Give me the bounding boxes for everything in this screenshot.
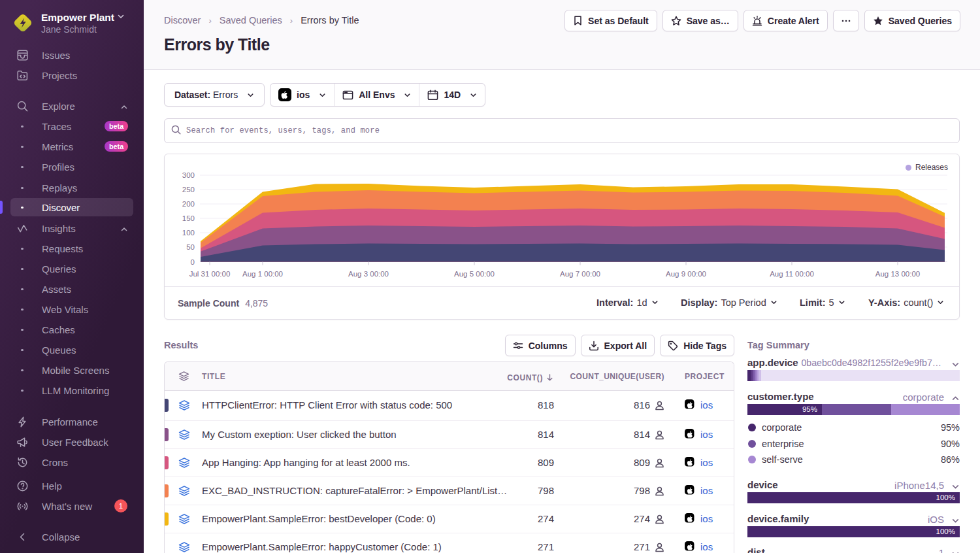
svg-text:Aug 5 00:00: Aug 5 00:00: [454, 270, 495, 278]
svg-text:250: 250: [182, 186, 195, 193]
svg-text:50: 50: [186, 243, 195, 251]
svg-text:Aug 9 00:00: Aug 9 00:00: [666, 270, 706, 278]
svg-text:Aug 11 00:00: Aug 11 00:00: [770, 270, 814, 278]
svg-text:200: 200: [182, 200, 195, 208]
svg-text:Aug 7 00:00: Aug 7 00:00: [560, 270, 600, 278]
svg-text:0: 0: [191, 258, 195, 266]
svg-text:100: 100: [182, 229, 195, 237]
svg-text:300: 300: [182, 171, 195, 179]
svg-text:Aug 13 00:00: Aug 13 00:00: [875, 270, 920, 278]
svg-text:150: 150: [182, 214, 195, 222]
svg-text:Aug 3 00:00: Aug 3 00:00: [348, 270, 389, 278]
svg-text:Jul 31 00:00: Jul 31 00:00: [189, 270, 231, 278]
svg-text:Aug 1 00:00: Aug 1 00:00: [242, 270, 283, 278]
